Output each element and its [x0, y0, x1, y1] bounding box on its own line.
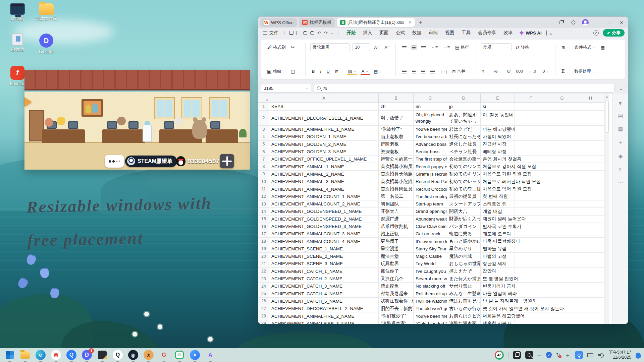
everything-search-icon[interactable]: [525, 351, 533, 359]
cell-B20[interactable]: 魔法古堡: [379, 253, 414, 260]
cell-G14[interactable]: [547, 208, 577, 215]
cell-C21[interactable]: Toy World: [414, 260, 447, 267]
cell-C16[interactable]: Claw Claw coin: [414, 223, 447, 230]
cell-B8[interactable]: 首次招募小狗员工: [379, 163, 414, 170]
cell-B18[interactable]: 更热闹了: [379, 238, 414, 245]
cell-D26[interactable]: 俺はお前を見つめ: [447, 298, 481, 305]
cell-D29[interactable]: 冷酷な資本家: [447, 320, 481, 324]
cell-E22[interactable]: 잡았다: [481, 268, 515, 275]
optimizer-badge-icon[interactable]: 42: [495, 351, 504, 360]
screenshot-tray-icon[interactable]: [513, 351, 521, 359]
cell-C6[interactable]: Senior boss: [414, 148, 447, 156]
cell-G6[interactable]: [547, 148, 577, 156]
cell-H29[interactable]: [577, 320, 604, 324]
cell-G7[interactable]: [547, 156, 577, 163]
file-menu[interactable]: 文件: [258, 30, 282, 36]
cell-F20[interactable]: [515, 253, 547, 260]
cell-A2[interactable]: ACHIEVEMENT_DECORATESELL_1_NAME: [269, 111, 379, 126]
cell-C7[interactable]: The first step of: [414, 156, 447, 163]
cell-B28[interactable]: “你们被炒了”: [379, 312, 414, 320]
account-avatar[interactable]: [581, 18, 590, 26]
cell-B11[interactable]: 首次招募鳄鱼员工: [379, 185, 414, 193]
cell-B27[interactable]: 旧的不去，新的不来: [379, 305, 414, 312]
cell-G2[interactable]: [547, 111, 577, 126]
cell-C8[interactable]: Recruit puppy e: [414, 163, 447, 170]
cell-A5[interactable]: ACHIEVEMENT_GOLDEN_2_NAME: [269, 141, 379, 148]
cell-H10[interactable]: [577, 178, 604, 185]
cell-A23[interactable]: ACHIEVEMENT_CATCH_2_NAME: [269, 275, 379, 283]
increase-decimal-button[interactable]: .0→: [540, 68, 550, 74]
maximize-button[interactable]: [605, 18, 614, 26]
cell-A4[interactable]: ACHIEVEMENT_GOLDEN_1_NAME: [269, 133, 379, 140]
cell-C24[interactable]: No slacking off: [414, 283, 447, 290]
cell-H21[interactable]: [577, 260, 604, 267]
cell-H23[interactable]: [577, 275, 604, 283]
cell-H20[interactable]: [577, 253, 604, 260]
edge-browser-icon[interactable]: e: [35, 349, 46, 361]
cell-B7[interactable]: 运营公司的第一步: [379, 156, 414, 163]
cell-C11[interactable]: Recruit Crocodil: [414, 185, 447, 193]
chat-app-icon[interactable]: ✦: [189, 349, 201, 361]
search-icon[interactable]: [546, 30, 547, 36]
cell-D14[interactable]: 開店大吉: [447, 208, 481, 215]
row-header-15[interactable]: 15: [258, 216, 269, 223]
cell-C5[interactable]: Advanced boss: [414, 141, 447, 148]
cell-E16[interactable]: 발자국 코인 수확기: [481, 223, 515, 230]
cell-H11[interactable]: [577, 185, 604, 193]
cell-F21[interactable]: [515, 260, 547, 267]
sidebar-chart-icon[interactable]: ◉: [618, 153, 623, 159]
cell-A19[interactable]: ACHIEVEMENT_SCENE_1_NAME: [269, 245, 379, 253]
screenshot-tool-icon[interactable]: [174, 349, 185, 361]
cell-F2[interactable]: [515, 111, 547, 126]
sidebar-sum-icon[interactable]: Σ: [619, 167, 622, 172]
cell-D16[interactable]: パンダコイン: [447, 223, 481, 230]
game-window[interactable]: STEAM愿望单 933604597: [24, 70, 250, 170]
align-center-button[interactable]: [411, 69, 417, 74]
cell-style-button[interactable]: ▦⌄: [599, 44, 610, 51]
cell-C12[interactable]: The first employ: [414, 193, 447, 200]
cell-D9[interactable]: 初めてのキリン従: [447, 171, 481, 178]
distribute-button[interactable]: |↔|: [439, 68, 448, 74]
cell-B17[interactable]: 踏上正轨: [379, 230, 414, 238]
cell-D2[interactable]: ああ、間違えて置いちゃった: [447, 111, 481, 126]
cell-D24[interactable]: サボり禁止: [447, 283, 481, 290]
conditional-format-button[interactable]: 条件格式⌄: [573, 44, 597, 51]
volume-icon[interactable]: [598, 353, 604, 357]
start-button[interactable]: [4, 349, 15, 361]
menu-item-10[interactable]: 效率: [500, 28, 516, 37]
cell-D22[interactable]: 捕まえたぞ: [447, 268, 481, 275]
ai-assistant-icon[interactable]: A: [205, 349, 216, 361]
sidebar-pointer-icon[interactable]: [619, 101, 622, 106]
cell-H12[interactable]: [577, 193, 604, 200]
cell-B10[interactable]: 首次招募小熊猫员工: [379, 178, 414, 185]
menu-item-4[interactable]: 公式: [392, 28, 408, 37]
menu-item-9[interactable]: 会员专享: [475, 28, 499, 37]
cell-A24[interactable]: ACHIEVEMENT_CATCH_3_NAME: [269, 283, 379, 290]
eye-protect-icon[interactable]: [593, 30, 599, 36]
row-header-16[interactable]: 16: [258, 223, 269, 230]
cell-H13[interactable]: [577, 200, 604, 208]
quark-browser-icon[interactable]: Q: [66, 349, 77, 361]
cell-F17[interactable]: [515, 230, 547, 238]
cell-F4[interactable]: [515, 133, 547, 140]
currency-format-button[interactable]: ¥⌄: [481, 68, 490, 74]
cell-H18[interactable]: [577, 238, 604, 245]
cell-E10[interactable]: 처음으로 레서판다 직원 모집: [481, 178, 515, 185]
cell-G11[interactable]: [547, 185, 577, 193]
column-header-F[interactable]: F: [515, 94, 547, 102]
cell-C3[interactable]: You've been fire: [414, 126, 447, 133]
row-header-24[interactable]: 24: [258, 283, 269, 290]
game-speech-bubble[interactable]: [105, 155, 124, 168]
cell-C27[interactable]: The old won't go: [414, 305, 447, 312]
sidebar-table-icon[interactable]: ▦: [618, 126, 623, 132]
cell-G10[interactable]: [547, 178, 577, 185]
cell-E18[interactable]: 더욱 떠들썩해졌다: [481, 238, 515, 245]
file-explorer-icon[interactable]: [19, 349, 31, 361]
row-header-21[interactable]: 21: [258, 260, 269, 267]
desktop-icon-folder[interactable]: 新建文件夹: [32, 3, 60, 21]
cell-H26[interactable]: [577, 298, 604, 305]
cell-D13[interactable]: スタートアップチ: [447, 200, 481, 208]
column-header-A[interactable]: A: [269, 94, 379, 102]
spreadsheet-grid[interactable]: ABCDEFGH 1KEYSzhenjpkr2ACHIEVEMENT_DECOR…: [258, 94, 604, 324]
cell-A12[interactable]: ACHIEVEMENT_ANIMALCOUNT_1_NAME: [269, 193, 379, 200]
